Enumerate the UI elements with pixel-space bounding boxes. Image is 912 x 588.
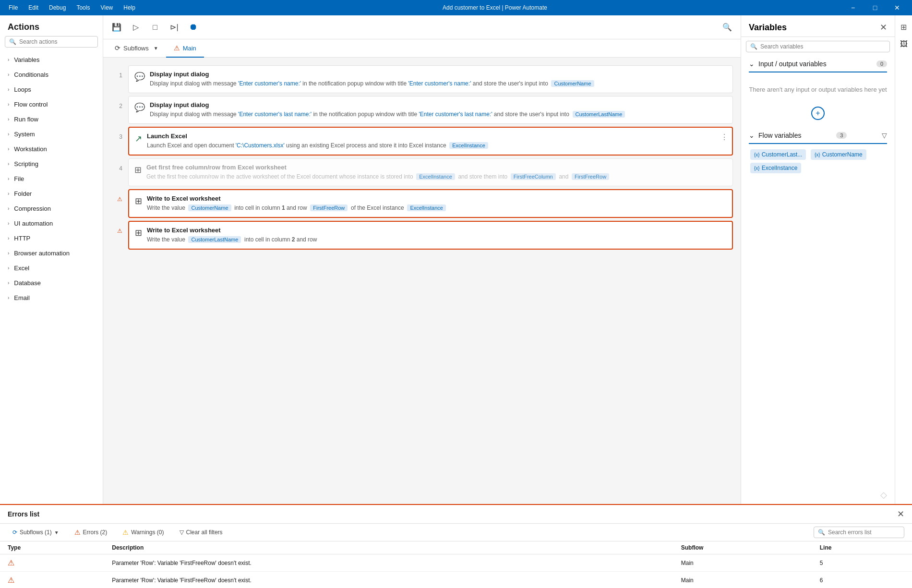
variable-badge: ExcelInstance — [449, 142, 488, 149]
errors-filter-button[interactable]: ⚠ Errors (2) — [70, 527, 112, 538]
action-flow-control[interactable]: › Flow control — [0, 97, 103, 112]
menu-view[interactable]: View — [96, 2, 118, 13]
canvas-panel: 💾 ▷ □ ⊳| ⏺ 🔍 ⟳ Subflows ▼ ⚠ Main 1 💬 — [103, 15, 741, 504]
maximize-button[interactable]: □ — [864, 0, 886, 15]
step-content: Write to Excel worksheet Write the value… — [147, 195, 726, 212]
action-label: Run flow — [14, 116, 38, 123]
actions-panel: Actions 🔍 › Variables › Conditionals › L… — [0, 15, 103, 504]
action-database[interactable]: › Database — [0, 276, 103, 290]
search-errors-input[interactable] — [828, 529, 900, 536]
run-button[interactable]: ▷ — [128, 20, 144, 35]
action-label: Loops — [14, 86, 31, 93]
search-actions-input[interactable] — [19, 38, 94, 45]
menu-bar[interactable]: File Edit Debug Tools View Help — [4, 2, 140, 13]
step-card-5[interactable]: ⊞ Write to Excel worksheet Write the val… — [128, 189, 733, 218]
action-file[interactable]: › File — [0, 171, 103, 186]
action-label: File — [14, 175, 24, 182]
tab-main[interactable]: ⚠ Main — [166, 39, 204, 58]
step-title: Launch Excel — [147, 132, 726, 140]
error-desc-cell: Parameter 'Row': Variable 'FirstFreeRow'… — [104, 554, 673, 572]
flow-var-customername[interactable]: {x} CustomerName — [811, 149, 866, 160]
action-browser-automation[interactable]: › Browser automation — [0, 246, 103, 261]
variable-badge: ExcelInstance — [416, 173, 455, 180]
errors-toolbar: ⟳ Subflows (1) ▼ ⚠ Errors (2) ⚠ Warnings… — [0, 524, 912, 541]
menu-tools[interactable]: Tools — [72, 2, 95, 13]
action-scripting[interactable]: › Scripting — [0, 156, 103, 171]
action-workstation[interactable]: › Workstation — [0, 142, 103, 156]
action-compression[interactable]: › Compression — [0, 201, 103, 216]
flow-var-excelinstance[interactable]: {x} ExcelInstance — [750, 163, 801, 173]
search-variables-box[interactable]: 🔍 — [746, 41, 890, 52]
input-output-empty: There aren't any input or output variabl… — [741, 76, 895, 103]
action-conditionals[interactable]: › Conditionals — [0, 67, 103, 82]
variable-icon: {x} — [815, 152, 820, 157]
eraser-icon[interactable]: ◇ — [880, 490, 887, 500]
menu-debug[interactable]: Debug — [44, 2, 71, 13]
stop-button[interactable]: □ — [147, 20, 163, 35]
action-variables[interactable]: › Variables — [0, 52, 103, 67]
dropdown-icon[interactable]: ▼ — [154, 46, 158, 51]
error-icon: ⚠ — [8, 576, 14, 584]
col-subflow: Subflow — [673, 541, 812, 554]
error-icon: ⚠ — [8, 559, 14, 567]
image-icon[interactable]: 🖼 — [896, 36, 912, 52]
errors-table-container: Type Description Subflow Line ⚠ Paramete… — [0, 541, 912, 588]
action-email[interactable]: › Email — [0, 290, 103, 305]
flow-var-customerlast[interactable]: {x} CustomerLast... — [750, 149, 806, 160]
chevron-icon: › — [8, 132, 9, 137]
search-actions-box[interactable]: 🔍 — [5, 36, 98, 48]
step-card-3[interactable]: ↗ Launch Excel Launch Excel and open doc… — [128, 127, 733, 156]
subflows-filter-label: Subflows (1) — [20, 529, 52, 536]
tab-subflows[interactable]: ⟳ Subflows ▼ — [107, 39, 166, 58]
input-output-header[interactable]: ⌄ Input / output variables 0 — [741, 56, 895, 72]
step-card-1[interactable]: 💬 Display input dialog Display input dia… — [128, 65, 733, 93]
app-body: Actions 🔍 › Variables › Conditionals › L… — [0, 15, 912, 504]
search-button[interactable]: 🔍 — [720, 20, 735, 35]
step-card-2[interactable]: 💬 Display input dialog Display input dia… — [128, 96, 733, 124]
clear-filters-button[interactable]: ▽ Clear all filters — [175, 527, 228, 538]
chevron-down-icon: ⌄ — [749, 60, 755, 68]
action-ui-automation[interactable]: › UI automation — [0, 216, 103, 231]
save-button[interactable]: 💾 — [109, 20, 124, 35]
action-system[interactable]: › System — [0, 127, 103, 142]
app-title: Add customer to Excel | Power Automate — [148, 4, 842, 11]
step-button[interactable]: ⊳| — [167, 20, 182, 35]
error-subflow-cell: Main — [673, 572, 812, 588]
step-number: 2 — [111, 96, 128, 109]
step-desc: Write the value CustomerName into cell i… — [147, 204, 726, 212]
window-controls[interactable]: − □ ✕ — [842, 0, 908, 15]
record-button[interactable]: ⏺ — [186, 20, 201, 35]
error-row[interactable]: ⚠ Parameter 'Row': Variable 'FirstFreeRo… — [0, 554, 912, 572]
variable-icon: {x} — [754, 152, 760, 157]
dialog-icon: 💬 — [134, 72, 145, 82]
action-run-flow[interactable]: › Run flow — [0, 112, 103, 127]
variables-close-button[interactable]: ✕ — [880, 22, 887, 33]
error-row[interactable]: ⚠ Parameter 'Row': Variable 'FirstFreeRo… — [0, 572, 912, 588]
action-http[interactable]: › HTTP — [0, 231, 103, 246]
chevron-icon: › — [8, 72, 9, 77]
step-row: 1 💬 Display input dialog Display input d… — [111, 65, 733, 93]
action-folder[interactable]: › Folder — [0, 186, 103, 201]
menu-edit[interactable]: Edit — [24, 2, 43, 13]
filter-icon[interactable]: ▽ — [882, 132, 887, 139]
warnings-filter-button[interactable]: ⚠ Warnings (0) — [118, 527, 168, 538]
flow-variables-header[interactable]: ⌄ Flow variables 3 ▽ — [741, 128, 895, 143]
close-button[interactable]: ✕ — [886, 0, 908, 15]
layers-icon[interactable]: ⊞ — [896, 19, 912, 35]
more-options-button[interactable]: ⋮ — [720, 132, 728, 142]
variable-badge: CustomerName — [551, 80, 594, 87]
search-variables-input[interactable] — [760, 43, 886, 50]
action-excel[interactable]: › Excel — [0, 261, 103, 276]
step-card-4[interactable]: ⊞ Get first free column/row from Excel w… — [128, 158, 733, 186]
menu-file[interactable]: File — [4, 2, 23, 13]
search-errors-box[interactable]: 🔍 — [814, 527, 904, 538]
chevron-icon: › — [8, 265, 9, 271]
errors-close-button[interactable]: ✕ — [897, 509, 904, 519]
action-loops[interactable]: › Loops — [0, 82, 103, 97]
filter-icon: ▽ — [180, 529, 184, 536]
subflows-filter-button[interactable]: ⟳ Subflows (1) ▼ — [8, 527, 64, 538]
step-card-6[interactable]: ⊞ Write to Excel worksheet Write the val… — [128, 221, 733, 250]
add-variable-button[interactable]: + — [811, 107, 825, 120]
minimize-button[interactable]: − — [842, 0, 864, 15]
menu-help[interactable]: Help — [119, 2, 140, 13]
